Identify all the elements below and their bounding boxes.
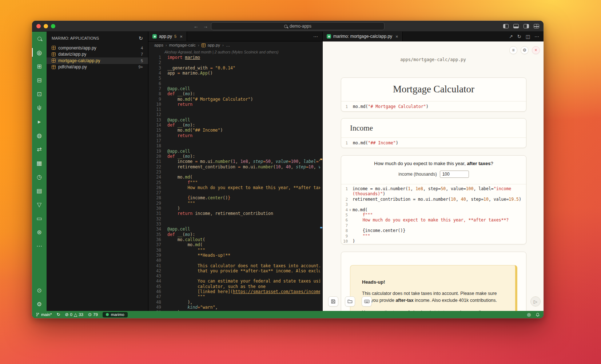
code-line: 1import marimo <box>148 55 320 60</box>
more-views-icon[interactable]: ⋯ <box>32 239 47 253</box>
compare-icon[interactable]: ⇄ <box>32 142 47 156</box>
close-panel-tab-icon[interactable]: × <box>395 34 398 39</box>
bell-icon[interactable] <box>536 312 540 317</box>
refresh-icon[interactable]: ↻ <box>139 35 143 41</box>
code-line: 45 calculator, such as the one <box>148 284 320 289</box>
app-list-item[interactable]: dataviz/app.py7 <box>47 51 148 58</box>
customize-layout-icon[interactable] <box>534 24 539 28</box>
back-icon[interactable]: ← <box>194 23 199 29</box>
extra-count-icon: ⊙ <box>88 312 92 317</box>
code-line: 27 <box>148 190 320 195</box>
warn-callout: Heads-up! This calculator does not take … <box>350 265 517 311</box>
marimo-app: ≡⚙× apps/mortgage-calc/app.py Mortgage C… <box>323 41 544 311</box>
menu-button[interactable]: ≡ <box>509 46 517 54</box>
tab-app-py[interactable]: app.py 5 × <box>148 32 187 41</box>
search-icon[interactable] <box>32 32 47 45</box>
run-app-button[interactable]: ▷ <box>530 296 541 307</box>
errors-icon: ⊘ <box>65 312 68 317</box>
command-center-search[interactable]: demo-apps <box>211 22 385 30</box>
split-editor-icon[interactable]: ◫ <box>526 34 530 39</box>
code-line: 5 <box>148 76 320 81</box>
cell3-code: 1income = mo.ui.number(1, 1e8, step=50, … <box>341 184 526 244</box>
code-line: 37 mo.md( <box>148 242 320 247</box>
toggle-secondary-sidebar-icon[interactable] <box>524 24 529 28</box>
code-line: 43 <box>148 273 320 279</box>
code-line: 26 How much do you expect to make this y… <box>148 185 320 190</box>
app-list-item[interactable]: pdfchat/app.py9+ <box>47 64 148 71</box>
sync-item[interactable]: ↻ <box>56 312 60 317</box>
code-line: 49 kind="warn", <box>148 305 320 310</box>
sidebar-tree: components/app.py4dataviz/app.py7mortgag… <box>47 45 148 70</box>
code-line: 22 retirement_contribution = mo.ui.numbe… <box>148 164 320 169</box>
zoom-window-button[interactable] <box>51 24 55 28</box>
forward-icon[interactable]: → <box>203 23 208 29</box>
files-button[interactable] <box>345 296 355 307</box>
code-line: 48 ), <box>148 300 320 305</box>
layout-icon[interactable]: ▦ <box>32 156 47 170</box>
branch-name: main* <box>41 312 52 317</box>
settings-icon[interactable]: ⚙ <box>32 297 47 311</box>
close-tab-icon[interactable]: × <box>180 34 183 39</box>
problems-item[interactable]: ⊘ 0 △ 33 <box>65 312 83 317</box>
marimo-file-icon <box>152 34 157 39</box>
code-line: 25 f""" <box>148 180 320 185</box>
code-line: 21 income = mo.ui.number(1, 1e8, step=50… <box>148 159 320 164</box>
run-icon[interactable]: ▸ <box>32 115 47 128</box>
file-search-icon[interactable]: ⊟ <box>32 73 47 87</box>
reload-icon[interactable]: ↻ <box>517 34 521 39</box>
code-line: 12 <box>148 112 320 117</box>
marimo-controls: ≡⚙× <box>509 46 540 54</box>
keyboard-shortcuts-button[interactable] <box>362 296 372 307</box>
more-actions-icon[interactable]: ⋯ <box>534 34 539 39</box>
minimize-window-button[interactable] <box>44 24 48 28</box>
code-line: 28 {income.center()} <box>148 195 320 200</box>
code-line: 40 <box>148 258 320 263</box>
save-icon <box>331 299 336 304</box>
breadcrumb-item[interactable]: … <box>226 43 230 47</box>
app-path: apps/mortgage-calc/app.py <box>323 57 544 62</box>
section-heading: Income <box>341 119 526 133</box>
panel-code-line: 3 <box>341 202 526 207</box>
save-button[interactable] <box>328 296 338 307</box>
panel-code-line: 8 {income.center()} <box>341 228 526 233</box>
gitlens-blame: Akshay Agrawal, last month | 2 authors (… <box>148 49 322 55</box>
breadcrumb-item[interactable]: app.py <box>208 43 220 47</box>
app-settings-button[interactable]: ⚙ <box>521 46 529 54</box>
code-line: 36 mo.callout( <box>148 237 320 242</box>
explorer-icon[interactable]: ⊞ <box>32 59 47 73</box>
source-control-icon[interactable]: ψ <box>32 101 47 115</box>
code-line: 34@app.cell <box>148 227 320 232</box>
close-window-button[interactable] <box>36 24 41 28</box>
docker-icon[interactable]: ⊛ <box>32 225 47 239</box>
editor-actions-icon[interactable]: ⋯ <box>313 34 318 39</box>
income-input[interactable] <box>440 171 469 178</box>
code-line: 10 return <box>148 102 320 107</box>
notebook-icon[interactable]: ▤ <box>32 184 47 197</box>
toggle-panel-icon[interactable] <box>513 24 519 28</box>
code-line: 20def __(mo): <box>148 154 320 159</box>
marimo-status-item[interactable]: marimo <box>103 312 128 317</box>
open-external-icon[interactable]: ↗ <box>509 34 513 39</box>
feedback-icon[interactable]: ◎ <box>527 312 531 317</box>
git-branch-item[interactable]: main* <box>36 312 52 317</box>
app-list-item[interactable]: components/app.py4 <box>47 45 148 51</box>
code-editor[interactable]: 1import marimo23__generated_with = "0.0.… <box>148 55 320 311</box>
github-icon[interactable]: ◍ <box>32 128 47 142</box>
breadcrumb-item[interactable]: apps <box>154 43 163 47</box>
app-list-item[interactable]: mortgage-calc/app.py5 <box>47 57 148 64</box>
callout-title: Heads-up! <box>362 279 504 285</box>
panel-code-line: 5 f""" <box>341 212 526 217</box>
marimo-explorer-icon[interactable]: ◎ <box>32 45 47 59</box>
components-icon[interactable]: ⊡ <box>32 87 47 101</box>
remote-screen-icon[interactable]: ▭ <box>32 211 47 225</box>
tab-marimo-preview[interactable]: marimo: mortgage-calc/app.py × <box>323 32 403 41</box>
panel-tabstrip: marimo: mortgage-calc/app.py × ↗↻◫⋯ <box>323 32 544 41</box>
history-icon[interactable]: ◷ <box>32 170 47 184</box>
code-line: 33 <box>148 221 320 227</box>
breadcrumb-item[interactable]: mortgage-calc <box>169 43 196 47</box>
testing-icon[interactable]: ▽ <box>32 197 47 211</box>
shutdown-button[interactable]: × <box>532 46 540 54</box>
toggle-sidebar-icon[interactable] <box>503 24 509 28</box>
account-icon[interactable]: ⊙ <box>32 283 47 297</box>
extra-count-item[interactable]: ⊙ 79 <box>88 312 98 317</box>
